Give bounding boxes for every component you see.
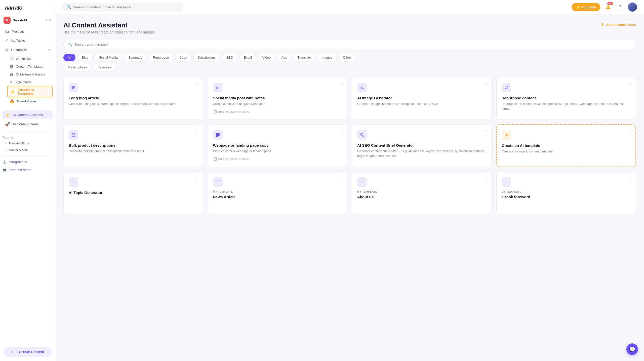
sidebar-item-brand-voices[interactable]: 🔥 Brand Voices xyxy=(7,97,53,105)
sidebar-item-projects[interactable]: 🗂 Projects xyxy=(3,27,53,36)
star-icon[interactable]: ☆ xyxy=(195,129,199,133)
template-card-bulk-product-descriptions[interactable]: ☆ Bulk product descriptions Generate mul… xyxy=(63,124,203,167)
bulk-label: Bulk generation enabled xyxy=(218,157,250,161)
svg-rect-6 xyxy=(505,86,506,87)
template-card-news-article[interactable]: ☆ MY TEMPLATE News Article xyxy=(208,172,348,214)
card-title: Social media post with notes xyxy=(213,96,342,100)
star-icon[interactable]: ☆ xyxy=(195,176,199,181)
notifications-button[interactable]: 🔔 501 xyxy=(604,3,612,11)
template-search-input[interactable] xyxy=(74,43,631,47)
filter-descriptions[interactable]: Descriptions xyxy=(193,54,220,61)
filter-other[interactable]: Other xyxy=(339,54,355,61)
chevron-down-icon[interactable]: ▾ xyxy=(46,18,47,22)
star-icon[interactable]: ☆ xyxy=(340,176,343,181)
template-card-repurpose-content[interactable]: ☆ Repurpose content Repurpose the conten… xyxy=(496,77,636,120)
filter-my-templates[interactable]: My templates xyxy=(63,64,91,71)
user-avatar[interactable] xyxy=(628,3,637,12)
card-icon-blog xyxy=(69,83,78,92)
template-card-long-blog-article[interactable]: ☆ Long blog article Generate a blog arti… xyxy=(63,77,203,120)
filter-blog[interactable]: Blog xyxy=(77,54,93,61)
filter-translate[interactable]: Translate xyxy=(293,54,315,61)
global-search-bar[interactable]: 🔍 xyxy=(62,3,183,11)
recent-item-narrato-blogs[interactable]: ○ Narrato Blogs xyxy=(0,140,55,147)
sidebar-item-integrations[interactable]: ⚓ Integrations xyxy=(0,158,55,166)
sidebar-item-guidelines[interactable]: ▦ Guidelines & Assets xyxy=(7,70,53,78)
upgrade-button[interactable]: ⭐ Upgrade xyxy=(572,3,600,11)
sidebar-item-custom-ai-templates[interactable]: ⚡ Custom AI Templates xyxy=(7,86,53,97)
filter-video[interactable]: Video xyxy=(258,54,275,61)
svg-point-14 xyxy=(360,133,363,136)
filter-images[interactable]: Images xyxy=(317,54,337,61)
template-card-ebook-foreword[interactable]: ☆ MY TEMPLATE eBook foreword xyxy=(496,172,636,214)
card-icon-social: # xyxy=(213,83,223,92)
filter-email[interactable]: Email xyxy=(239,54,256,61)
svg-rect-9 xyxy=(507,88,508,89)
template-card-ai-seo-brief[interactable]: ☆ AI SEO Content Brief Generator Generat… xyxy=(352,124,492,167)
ai-assistant-icon: ⚡ xyxy=(5,112,10,117)
sidebar-item-style-guide[interactable]: ○ Style Guide xyxy=(7,78,53,86)
customize-icon: ⚙ xyxy=(5,48,9,52)
template-card-ai-topic-generator[interactable]: ☆ AI Topic Generator xyxy=(63,172,203,214)
card-icon-webpage xyxy=(213,130,223,140)
settings-icon[interactable]: ⚙ xyxy=(48,18,52,22)
template-card-webpage-copy[interactable]: ☆ Webpage or landing page copy Write cop… xyxy=(208,124,348,167)
sidebar-item-customize[interactable]: ⚙ Customize ▾ xyxy=(3,46,53,54)
content-templates-icon: ▦ xyxy=(10,64,13,69)
star-icon[interactable]: ☆ xyxy=(484,81,488,86)
card-icon-news xyxy=(213,177,223,187)
bulk-badge: 📋 Bulk generation enabled xyxy=(213,110,250,113)
card-icon-bulk xyxy=(69,130,78,140)
sidebar-item-my-tasks[interactable]: ✓ My Tasks xyxy=(3,36,53,45)
filter-summary[interactable]: Summary xyxy=(124,54,147,61)
app-logo: narrato xyxy=(0,0,55,15)
star-icon[interactable]: ☆ xyxy=(628,129,631,134)
template-card-social-media-post[interactable]: # ☆ Social media post with notes Create … xyxy=(208,77,348,120)
sidebar-item-content-templates[interactable]: ▦ Content Templates xyxy=(7,63,53,70)
star-icon[interactable]: ☆ xyxy=(484,129,488,133)
svg-rect-11 xyxy=(216,134,220,135)
filter-all[interactable]: All xyxy=(63,54,75,61)
guidelines-icon: ▦ xyxy=(10,72,13,77)
bulk-icon: 📋 xyxy=(213,110,217,113)
filter-ads[interactable]: Ads xyxy=(277,54,291,61)
recent-item-social-media[interactable]: ○ Social Media xyxy=(0,147,55,153)
svg-rect-7 xyxy=(507,86,508,87)
sidebar-item-ai-content-assistant[interactable]: ⚡ AI Content Assistant xyxy=(3,110,53,119)
create-btn-label: + Create Content xyxy=(16,350,44,354)
star-icon[interactable]: ☆ xyxy=(628,176,632,181)
sidebar-item-ai-content-genie[interactable]: 🚀 AI Content Genie xyxy=(3,120,53,129)
svg-rect-17 xyxy=(72,183,74,183)
template-card-ai-image-generator[interactable]: ☆ AI Image Generator Generate images bas… xyxy=(352,77,492,120)
page-subtitle: Use the magic of AI to create amazing co… xyxy=(63,30,155,34)
card-title: Repurpose content xyxy=(502,96,631,100)
template-card-create-ai-template[interactable]: ☆ Create an AI template Create your own … xyxy=(496,124,636,167)
filter-copy[interactable]: Copy xyxy=(175,54,191,61)
filter-social-media[interactable]: Social Media xyxy=(95,54,122,61)
style-guide-icon: ○ xyxy=(10,80,12,84)
chat-widget-button[interactable]: 💬 xyxy=(626,343,638,355)
my-template-label: MY TEMPLATE xyxy=(213,190,342,193)
template-card-about-us[interactable]: ☆ MY TEMPLATE About us xyxy=(352,172,492,214)
sidebar-item-request-demo[interactable]: 💻 Request demo xyxy=(0,166,55,174)
star-icon[interactable]: ☆ xyxy=(628,81,632,86)
sidebar-item-workflows[interactable]: ⬡ Workflows xyxy=(7,55,53,63)
sidebar-item-label: Content Templates xyxy=(16,65,43,68)
add-brand-voice-button[interactable]: 🎙 Add a Brand Voice xyxy=(601,23,636,27)
filter-repurpose[interactable]: Repurpose xyxy=(149,54,173,61)
filter-favorites[interactable]: Favorites xyxy=(93,64,115,71)
global-search-input[interactable] xyxy=(73,5,179,9)
template-search-bar[interactable]: 🔍 xyxy=(63,40,636,49)
create-content-button[interactable]: ＋ + Create Content xyxy=(4,347,52,357)
star-icon[interactable]: ☆ xyxy=(340,129,343,133)
bulk-label: Bulk generation enabled xyxy=(218,110,250,113)
card-title: AI Image Generator xyxy=(357,96,487,100)
projects-icon: 🗂 xyxy=(5,29,9,34)
account-switcher[interactable]: N NarratoM... ▾ ⚙ xyxy=(0,15,55,26)
star-icon[interactable]: ☆ xyxy=(195,81,199,86)
upgrade-icon: ⭐ xyxy=(576,5,580,9)
star-icon[interactable]: ☆ xyxy=(340,81,343,86)
help-button[interactable]: ? xyxy=(616,3,624,11)
star-icon[interactable]: ☆ xyxy=(484,176,488,181)
filter-seo[interactable]: SEO xyxy=(222,54,237,61)
sidebar-item-label: AI Content Genie xyxy=(13,122,39,126)
